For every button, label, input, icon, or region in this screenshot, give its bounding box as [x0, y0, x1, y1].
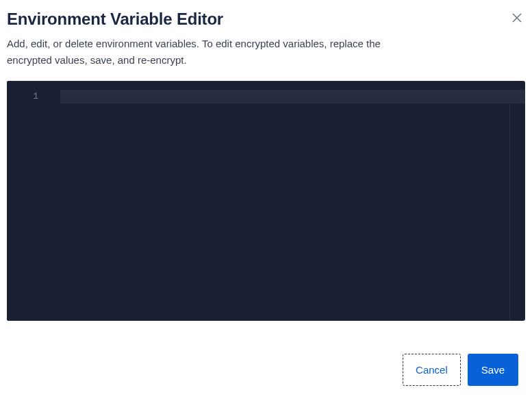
code-editor[interactable]: 1 — [7, 81, 525, 321]
editor-margin-line — [509, 104, 510, 321]
modal-title: Environment Variable Editor — [7, 10, 223, 29]
editor-content[interactable] — [60, 90, 525, 321]
editor-gutter: 1 — [7, 81, 51, 321]
close-button[interactable] — [509, 10, 525, 26]
modal-footer: Cancel Save — [396, 345, 525, 394]
current-line-highlight — [60, 90, 525, 104]
close-icon — [511, 12, 522, 23]
modal-description: Add, edit, or delete environment variabl… — [7, 36, 411, 69]
line-number: 1 — [7, 90, 38, 104]
save-button[interactable]: Save — [468, 354, 518, 386]
cancel-button[interactable]: Cancel — [403, 354, 461, 386]
modal-header: Environment Variable Editor — [7, 7, 525, 36]
